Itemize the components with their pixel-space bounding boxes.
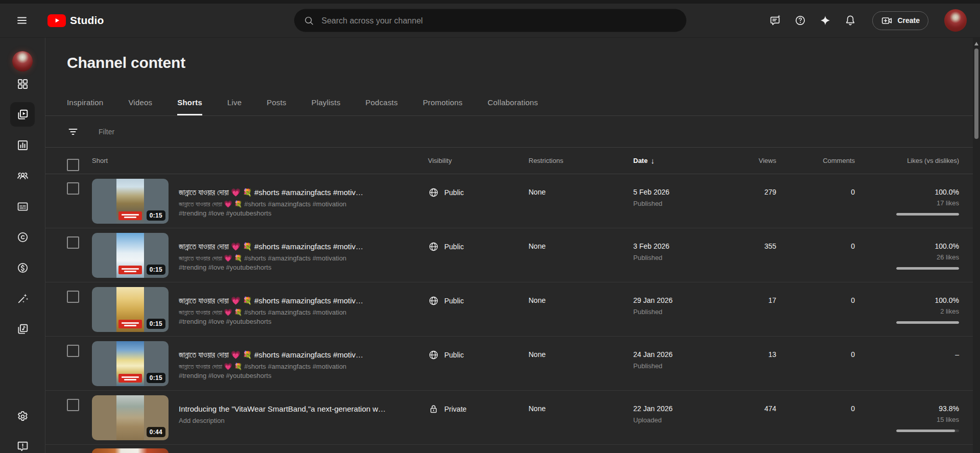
comments-value: 0 <box>776 282 855 336</box>
search-input[interactable] <box>322 16 649 25</box>
select-all-checkbox[interactable] <box>67 159 79 171</box>
date-cell: 24 Jan 2026Published <box>633 337 738 390</box>
filter-bar[interactable]: Filter <box>45 116 980 148</box>
video-thumbnail[interactable]: 0:15 <box>92 233 169 278</box>
scrollbar[interactable] <box>973 38 980 453</box>
video-title[interactable]: জান্নাতে যাওয়ার দোয়া 💗 💐 #shorts #amaz… <box>179 295 421 306</box>
tab-live[interactable]: Live <box>227 89 242 115</box>
comments-value: 0 <box>776 391 855 444</box>
sidebar-item-copyright[interactable] <box>10 225 35 249</box>
sidebar-item-community[interactable] <box>10 163 35 188</box>
help-icon[interactable] <box>790 10 810 31</box>
video-title[interactable]: জান্নাতে যাওয়ার দোয়া 💗 💐 #shorts #amaz… <box>179 241 421 252</box>
video-thumbnail[interactable]: 0:15 <box>92 341 169 386</box>
tab-videos[interactable]: Videos <box>128 89 152 115</box>
video-title[interactable]: জান্নাতে যাওয়ার দোয়া 💗 💐 #shorts #amaz… <box>179 349 421 360</box>
video-thumbnail[interactable] <box>92 448 169 453</box>
dashboard-icon <box>16 78 29 90</box>
youtube-studio-logo[interactable]: Studio <box>47 14 104 27</box>
table-row[interactable]: 0:15জান্নাতে যাওয়ার দোয়া 💗 💐 #shorts #… <box>45 337 980 391</box>
tab-collaborations[interactable]: Collaborations <box>488 89 538 115</box>
video-thumbnail[interactable]: 0:44 <box>92 395 169 440</box>
gemini-sparkle-icon[interactable] <box>815 10 835 31</box>
tab-promotions[interactable]: Promotions <box>423 89 463 115</box>
settings-icon <box>16 410 29 423</box>
likes-ratio-bar <box>896 267 959 270</box>
sidebar-item-send-feedback[interactable] <box>10 434 35 453</box>
visibility-cell[interactable]: Public <box>428 282 529 336</box>
logo-text: Studio <box>70 14 104 27</box>
restrictions-value: None <box>529 337 633 390</box>
channel-avatar[interactable] <box>12 51 33 71</box>
video-thumbnail[interactable]: 0:15 <box>92 179 169 224</box>
sidebar-item-settings[interactable] <box>10 404 35 428</box>
thumbnail-cell: 0:15 <box>92 282 179 336</box>
visibility-cell[interactable]: Public <box>428 228 529 282</box>
row-checkbox[interactable] <box>67 345 79 357</box>
visibility-cell[interactable]: Public <box>428 174 529 228</box>
search-icon <box>303 15 315 26</box>
thumbnail-caption-box <box>118 266 142 274</box>
row-checkbox[interactable] <box>67 236 79 249</box>
search-bar[interactable] <box>294 9 686 32</box>
column-header-likes[interactable]: Likes (vs dislikes) <box>855 157 959 164</box>
menu-icon[interactable] <box>12 10 32 31</box>
sidebar-item-dashboard[interactable] <box>10 71 35 96</box>
video-title[interactable]: Introducing the "VitaWear SmartBand,"a n… <box>179 403 421 414</box>
tab-inspiration[interactable]: Inspiration <box>67 89 103 115</box>
checkbox-cell <box>67 282 92 336</box>
row-checkbox[interactable] <box>67 291 79 303</box>
sidebar-item-subtitles[interactable] <box>10 194 35 219</box>
scrollbar-thumb[interactable] <box>974 49 978 139</box>
column-header-visibility[interactable]: Visibility <box>428 157 529 164</box>
table-row[interactable]: 0:15জান্নাতে যাওয়ার দোয়া 💗 💐 #shorts #… <box>45 228 980 282</box>
likes-percentage: 100.0% <box>855 296 959 304</box>
window-top-strip <box>0 0 980 4</box>
table-row[interactable]: 0:44Introducing the "VitaWear SmartBand,… <box>45 391 980 445</box>
column-header-comments[interactable]: Comments <box>776 157 855 164</box>
column-header-date[interactable]: Date ↓ <box>633 156 738 165</box>
row-checkbox[interactable] <box>67 399 79 411</box>
notifications-bell-icon[interactable] <box>840 10 861 31</box>
feedback-icon[interactable] <box>765 10 785 31</box>
title-cell: জান্নাতে যাওয়ার দোয়া 💗 💐 #shorts #amaz… <box>179 282 428 336</box>
video-description: #trending #love #youtubeshorts <box>179 209 421 218</box>
sidebar-item-audio-library[interactable] <box>10 317 35 341</box>
topbar-actions: Create <box>765 9 967 32</box>
sidebar-item-content[interactable] <box>10 102 35 127</box>
likes-ratio-fill <box>896 267 959 270</box>
table-row[interactable]: 0:15জান্নাতে যাওয়ার দোয়া 💗 💐 #shorts #… <box>45 282 980 337</box>
date-value: 24 Jan 2026 <box>633 350 738 359</box>
likes-cell: 100.0%26 likes <box>855 228 959 282</box>
account-avatar[interactable] <box>944 9 967 32</box>
lock-icon <box>428 403 439 415</box>
thumbnail-cell: 0:44 <box>92 391 179 444</box>
video-title[interactable]: জান্নাতে যাওয়ার দোয়া 💗 💐 #shorts #amaz… <box>179 187 421 198</box>
table-row-partial[interactable] <box>45 445 980 453</box>
video-thumbnail[interactable]: 0:15 <box>92 287 169 332</box>
column-header-views[interactable]: Views <box>738 157 776 164</box>
tab-shorts[interactable]: Shorts <box>177 89 202 115</box>
date-cell: 22 Jan 2026Uploaded <box>633 391 738 444</box>
column-header-restrictions[interactable]: Restrictions <box>529 157 633 164</box>
earn-icon <box>16 261 29 274</box>
table-row[interactable]: 0:15জান্নাতে যাওয়ার দোয়া 💗 💐 #shorts #… <box>45 174 980 228</box>
sidebar-item-earn[interactable] <box>10 255 35 280</box>
visibility-cell[interactable]: Private <box>428 391 529 444</box>
scroll-up-arrow-icon[interactable] <box>974 42 978 45</box>
sidebar-item-customization[interactable] <box>10 286 35 311</box>
video-description: জান্নাতে যাওয়ার দোয়া 💗 💐 #shorts #amaz… <box>179 200 421 209</box>
row-checkbox[interactable] <box>67 182 79 195</box>
restrictions-value: None <box>529 391 633 444</box>
add-description[interactable]: Add description <box>179 416 421 425</box>
create-button[interactable]: Create <box>872 11 928 30</box>
filter-icon <box>67 126 79 138</box>
sidebar-item-analytics[interactable] <box>10 133 35 157</box>
comments-value: 0 <box>776 337 855 390</box>
visibility-cell[interactable]: Public <box>428 337 529 390</box>
tab-posts[interactable]: Posts <box>267 89 286 115</box>
thumbnail-cell: 0:15 <box>92 228 179 282</box>
likes-percentage: 100.0% <box>855 242 959 250</box>
tab-podcasts[interactable]: Podcasts <box>366 89 398 115</box>
tab-playlists[interactable]: Playlists <box>312 89 341 115</box>
